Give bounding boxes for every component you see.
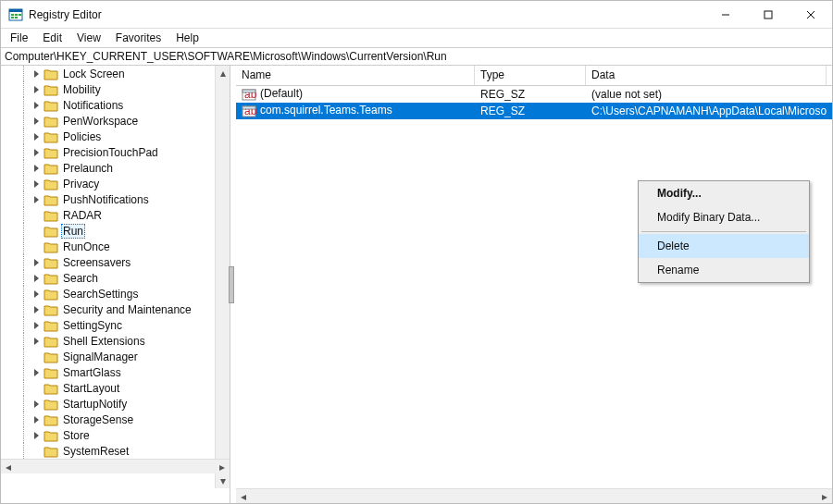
- tree-node-run[interactable]: Run: [1, 223, 230, 239]
- address-bar[interactable]: Computer\HKEY_CURRENT_USER\SOFTWARE\Micr…: [1, 47, 832, 66]
- folder-icon: [44, 429, 58, 442]
- expander-icon[interactable]: [31, 178, 44, 191]
- tree-view[interactable]: Lock ScreenMobilityNotificationsPenWorks…: [1, 66, 230, 503]
- expander-icon[interactable]: [31, 162, 44, 175]
- tree-scrollbar-vertical[interactable]: ▴ ▾: [215, 66, 230, 488]
- maximize-button[interactable]: [747, 1, 789, 29]
- tree-node-label: StartupNotify: [61, 398, 129, 411]
- context-menu-rename[interactable]: Rename: [639, 258, 809, 282]
- tree-node-shell-extensions[interactable]: Shell Extensions: [1, 333, 230, 349]
- scroll-left-icon[interactable]: ◂: [1, 461, 16, 473]
- tree-node-lock-screen[interactable]: Lock Screen: [1, 66, 230, 81]
- menu-file[interactable]: File: [3, 30, 35, 46]
- tree-node-storagesense[interactable]: StorageSense: [1, 412, 230, 427]
- expander-icon[interactable]: [31, 366, 44, 379]
- expander-icon[interactable]: [31, 130, 44, 143]
- close-button[interactable]: [789, 1, 832, 29]
- tree-node-prelaunch[interactable]: Prelaunch: [1, 160, 230, 176]
- list-row[interactable]: ab(Default)REG_SZ(value not set): [236, 86, 832, 103]
- tree-node-privacy[interactable]: Privacy: [1, 176, 230, 191]
- tree-node-penworkspace[interactable]: PenWorkspace: [1, 113, 230, 129]
- tree-node-mobility[interactable]: Mobility: [1, 81, 230, 97]
- menu-bar: FileEditViewFavoritesHelp: [1, 29, 832, 47]
- list-view[interactable]: Name Type Data ab(Default)REG_SZ(value n…: [236, 66, 832, 503]
- tree-node-startlayout[interactable]: StartLayout: [1, 380, 230, 396]
- scroll-left-icon[interactable]: ◂: [236, 490, 251, 503]
- menu-help[interactable]: Help: [168, 30, 206, 46]
- expander-icon[interactable]: [31, 319, 44, 332]
- menu-edit[interactable]: Edit: [35, 30, 69, 46]
- expander-icon[interactable]: [31, 335, 44, 348]
- tree-node-notifications[interactable]: Notifications: [1, 97, 230, 113]
- tree-node-runonce[interactable]: RunOnce: [1, 239, 230, 254]
- tree-node-label: StartLayout: [61, 382, 121, 395]
- tree-node-store[interactable]: Store: [1, 427, 230, 443]
- tree-node-label: Mobility: [61, 83, 103, 96]
- svg-rect-16: [242, 106, 255, 109]
- scroll-down-icon[interactable]: ▾: [216, 473, 230, 488]
- expander-icon[interactable]: [31, 256, 44, 269]
- tree-node-label: RADAR: [61, 209, 104, 222]
- tree-node-label: Store: [61, 429, 92, 442]
- expander-icon[interactable]: [31, 68, 44, 80]
- column-type[interactable]: Type: [475, 66, 586, 85]
- expander-icon[interactable]: [31, 350, 44, 363]
- window-controls: [704, 1, 832, 29]
- expander-icon[interactable]: [31, 272, 44, 285]
- tree-node-systemreset[interactable]: SystemReset: [1, 443, 230, 459]
- expander-icon[interactable]: [31, 240, 44, 253]
- tree-node-policies[interactable]: Policies: [1, 129, 230, 144]
- folder-icon: [44, 99, 58, 112]
- list-row[interactable]: abcom.squirrel.Teams.TeamsREG_SZC:\Users…: [236, 103, 832, 119]
- tree-node-search[interactable]: Search: [1, 270, 230, 286]
- expander-icon[interactable]: [31, 413, 44, 426]
- scroll-right-icon[interactable]: ▸: [817, 490, 832, 503]
- folder-icon: [44, 209, 58, 222]
- tree-node-screensavers[interactable]: Screensavers: [1, 254, 230, 270]
- value-type: REG_SZ: [475, 104, 586, 117]
- expander-icon[interactable]: [31, 225, 44, 238]
- expander-icon[interactable]: [31, 445, 44, 458]
- tree-node-signalmanager[interactable]: SignalManager: [1, 349, 230, 364]
- tree-node-label: SmartGlass: [61, 366, 123, 379]
- folder-icon: [44, 256, 58, 269]
- list-scrollbar-horizontal[interactable]: ◂ ▸: [236, 488, 832, 503]
- expander-icon[interactable]: [31, 146, 44, 159]
- expander-icon[interactable]: [31, 429, 44, 442]
- svg-rect-2: [11, 14, 14, 16]
- tree-node-startupnotify[interactable]: StartupNotify: [1, 396, 230, 412]
- minimize-button[interactable]: [704, 1, 747, 29]
- tree-node-pushnotifications[interactable]: PushNotifications: [1, 191, 230, 207]
- context-menu-modify[interactable]: Modify...: [639, 181, 809, 205]
- context-menu-modify-binary-data[interactable]: Modify Binary Data...: [639, 205, 809, 229]
- expander-icon[interactable]: [31, 382, 44, 395]
- value-type: REG_SZ: [475, 88, 586, 101]
- expander-icon[interactable]: [31, 99, 44, 112]
- expander-icon[interactable]: [31, 193, 44, 206]
- tree-node-smartglass[interactable]: SmartGlass: [1, 364, 230, 380]
- value-data: (value not set): [586, 88, 827, 101]
- expander-icon[interactable]: [31, 288, 44, 301]
- expander-icon[interactable]: [31, 209, 44, 222]
- expander-icon[interactable]: [31, 83, 44, 96]
- scroll-right-icon[interactable]: ▸: [215, 461, 230, 473]
- menu-view[interactable]: View: [69, 30, 108, 46]
- column-name[interactable]: Name: [236, 66, 475, 85]
- tree-node-security-and-maintenance[interactable]: Security and Maintenance: [1, 301, 230, 317]
- column-data[interactable]: Data: [586, 66, 827, 85]
- tree-node-searchsettings[interactable]: SearchSettings: [1, 286, 230, 301]
- expander-icon[interactable]: [31, 303, 44, 316]
- tree-node-precisiontouchpad[interactable]: PrecisionTouchPad: [1, 144, 230, 160]
- tree-scrollbar-horizontal[interactable]: ◂ ▸: [1, 459, 230, 473]
- context-menu-delete[interactable]: Delete: [639, 234, 809, 258]
- tree-node-label: PenWorkspace: [61, 115, 140, 128]
- folder-icon: [44, 445, 58, 458]
- tree-node-radar[interactable]: RADAR: [1, 207, 230, 223]
- expander-icon[interactable]: [31, 115, 44, 128]
- tree-node-settingsync[interactable]: SettingSync: [1, 317, 230, 333]
- scroll-up-icon[interactable]: ▴: [216, 66, 230, 80]
- menu-favorites[interactable]: Favorites: [108, 30, 168, 46]
- expander-icon[interactable]: [31, 398, 44, 411]
- tree-node-label: Security and Maintenance: [61, 303, 193, 316]
- splitter-handle-icon[interactable]: [229, 266, 234, 303]
